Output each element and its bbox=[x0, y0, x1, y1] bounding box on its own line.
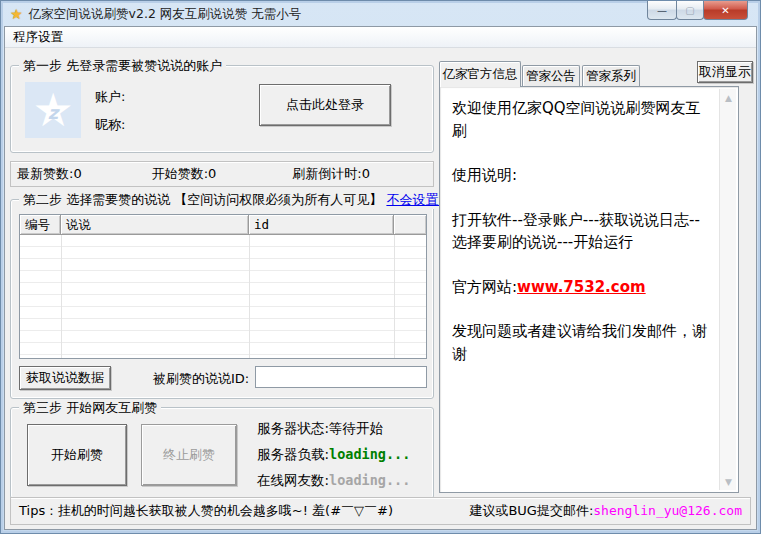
server-load: 服务器负载:loading... bbox=[257, 446, 410, 464]
feedback-mail: 建议或BUG提交邮件:shenglin_yu@126.com bbox=[469, 502, 742, 520]
footer-bar: Tips : 挂机的时间越长获取被人赞的机会越多哦~! 羞(#￣▽￣#) 建议或… bbox=[10, 497, 751, 525]
info-box: 欢迎使用亿家QQ空间说说刷赞网友互刷 使用说明: 打开软件--登录账户---获取… bbox=[439, 86, 739, 493]
latest-likes-stat: 最新赞数:0 bbox=[17, 165, 82, 183]
server-status: 服务器状态:等待开始 bbox=[257, 420, 383, 438]
window-title: 亿家空间说说刷赞v2.2 网友互刷说说赞 无需小号 bbox=[29, 6, 302, 23]
online-users: 在线网友数:loading... bbox=[257, 472, 410, 490]
website-link[interactable]: www.7532.com bbox=[517, 278, 646, 296]
z-glyph: z bbox=[48, 102, 58, 123]
posts-table[interactable]: 编号 说说 id bbox=[19, 214, 427, 359]
step1-legend: 第一步 先登录需要被赞说说的账户 bbox=[19, 57, 226, 75]
menu-bar: 程序设置 bbox=[5, 27, 756, 48]
mail-address[interactable]: shenglin_yu@126.com bbox=[593, 503, 742, 518]
minimize-button[interactable]: — bbox=[647, 1, 677, 20]
app-star-icon: ★ bbox=[10, 6, 23, 22]
website-line: 官方网站:www.7532.com bbox=[452, 276, 710, 299]
tab-announcements[interactable]: 管家公告 bbox=[522, 65, 580, 87]
step1-group: 第一步 先登录需要被赞说说的账户 ★ z 账户: 昵称: 点击此处登录 bbox=[10, 65, 434, 153]
qzone-logo-icon: ★ z bbox=[25, 82, 81, 138]
step3-legend: 第三步 开始网友互刷赞 bbox=[19, 399, 161, 417]
window-controls: — ▢ ✕ bbox=[648, 1, 748, 20]
maximize-button: ▢ bbox=[676, 1, 704, 20]
step3-group: 第三步 开始网友互刷赞 开始刷赞 终止刷赞 服务器状态:等待开始 服务器负载:l… bbox=[10, 407, 434, 499]
info-text: 欢迎使用亿家QQ空间说说刷赞网友互刷 使用说明: 打开软件--登录账户---获取… bbox=[452, 97, 710, 387]
app-window: ★ 亿家空间说说刷赞v2.2 网友互刷说说赞 无需小号 — ▢ ✕ 程序设置 第… bbox=[0, 0, 761, 534]
scroll-down-icon[interactable]: ▼ bbox=[720, 473, 737, 490]
cancel-display-button[interactable]: 取消显示 bbox=[697, 61, 753, 83]
stop-liking-button: 终止刷赞 bbox=[141, 424, 237, 486]
feedback-text: 发现问题或者建议请给我们发邮件，谢谢 bbox=[452, 320, 710, 365]
help-link[interactable]: 不会设置? bbox=[386, 192, 445, 207]
tips-text: Tips : 挂机的时间越长获取被人赞的机会越多哦~! 羞(#￣▽￣#) bbox=[19, 502, 393, 520]
tab-series[interactable]: 管家系列 bbox=[582, 65, 640, 87]
col-filler bbox=[394, 215, 426, 234]
col-id[interactable]: id bbox=[249, 215, 394, 234]
posts-table-header: 编号 说说 id bbox=[20, 215, 426, 235]
col-number[interactable]: 编号 bbox=[20, 215, 61, 234]
client-area: 程序设置 第一步 先登录需要被赞说说的账户 ★ z 账户: 昵称: 点击此处登录… bbox=[4, 26, 757, 530]
stats-bar: 最新赞数:0 开始赞数:0 刷新倒计时:0 bbox=[10, 161, 434, 187]
posts-table-body[interactable] bbox=[20, 235, 426, 358]
account-label: 账户: bbox=[95, 88, 125, 106]
close-button[interactable]: ✕ bbox=[703, 1, 748, 20]
title-bar: ★ 亿家空间说说刷赞v2.2 网友互刷说说赞 无需小号 bbox=[4, 1, 757, 27]
usage-steps: 打开软件--登录账户---获取说说日志--选择要刷的说说---开始运行 bbox=[452, 209, 710, 254]
refresh-countdown-stat: 刷新倒计时:0 bbox=[292, 165, 370, 183]
login-button[interactable]: 点击此处登录 bbox=[259, 84, 391, 126]
post-id-label: 被刷赞的说说ID: bbox=[153, 370, 249, 388]
step2-legend: 第二步 选择需要赞的说说 【空间访问权限必须为所有人可见】 不会设置? bbox=[19, 191, 449, 209]
start-liking-button[interactable]: 开始刷赞 bbox=[27, 424, 127, 486]
info-scrollbar[interactable]: ▲ ▼ bbox=[719, 89, 736, 490]
fetch-posts-button[interactable]: 获取说说数据 bbox=[19, 366, 111, 390]
tab-official-info[interactable]: 亿家官方信息 bbox=[439, 61, 521, 87]
menu-item-settings[interactable]: 程序设置 bbox=[5, 29, 71, 46]
start-likes-stat: 开始赞数:0 bbox=[152, 165, 217, 183]
nickname-label: 昵称: bbox=[95, 116, 125, 134]
step2-group: 第二步 选择需要赞的说说 【空间访问权限必须为所有人可见】 不会设置? 编号 说… bbox=[10, 199, 434, 399]
post-id-input[interactable] bbox=[255, 366, 427, 388]
usage-heading: 使用说明: bbox=[452, 164, 710, 187]
scroll-up-icon[interactable]: ▲ bbox=[720, 89, 737, 106]
welcome-text: 欢迎使用亿家QQ空间说说刷赞网友互刷 bbox=[452, 97, 710, 142]
col-post[interactable]: 说说 bbox=[61, 215, 249, 234]
